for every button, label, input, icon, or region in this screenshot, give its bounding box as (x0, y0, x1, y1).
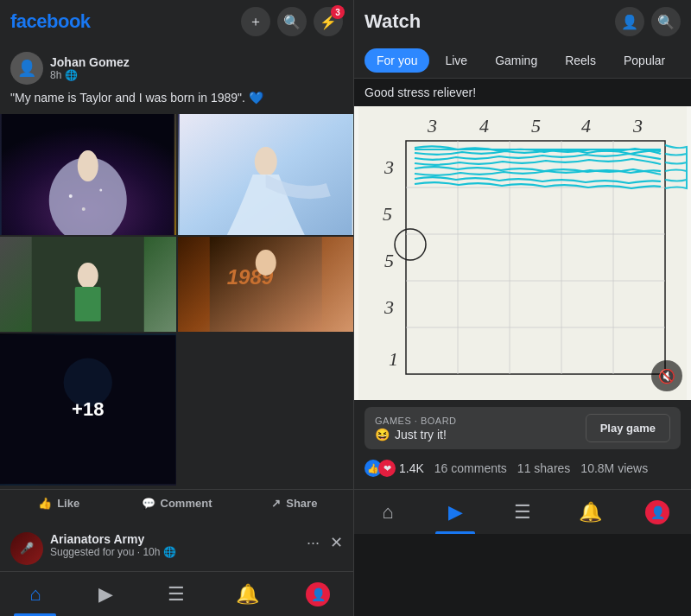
photo-3[interactable] (0, 237, 176, 332)
nav-watch[interactable]: ▶ (71, 572, 142, 616)
photo-grid: 1989 +18 (0, 114, 353, 486)
post-2-header-actions: ··· ✕ (301, 532, 343, 554)
right-nav-notifications[interactable]: 🔔 (556, 490, 624, 534)
likes-count: 👍 ❤ 1.4K (365, 460, 424, 477)
bottom-nav: ⌂ ▶ ☰ 🔔 👤 (0, 571, 353, 616)
add-button[interactable]: ＋ (241, 7, 270, 36)
tab-for-you[interactable]: For you (365, 48, 429, 73)
messenger-badge: 3 (331, 5, 345, 19)
photo-overlay: +18 (0, 333, 176, 486)
svg-point-5 (82, 207, 86, 211)
svg-text:3: 3 (632, 115, 643, 137)
facebook-logo: facebook (10, 10, 91, 33)
comment-button[interactable]: 💬 Comment (117, 490, 235, 517)
game-banner: GAMES · BOARD 😆 Just try it! Play game (365, 407, 681, 449)
right-bell-icon: 🔔 (579, 501, 602, 524)
right-nav-profile[interactable]: 👤 (624, 490, 691, 534)
drawing-canvas: 3 4 5 4 3 3 5 5 3 1 (354, 106, 691, 400)
person-icon: 👤 (621, 14, 638, 30)
game-category: GAMES · BOARD (375, 416, 457, 426)
play-game-button[interactable]: Play game (586, 414, 670, 442)
svg-text:4: 4 (581, 115, 591, 137)
video-caption: Good stress reliever! (354, 79, 691, 106)
right-nav-messenger[interactable]: ☰ (489, 490, 556, 534)
post-2-header: 🎤 Arianators Army Suggested for you · 10… (0, 524, 353, 568)
tab-reels[interactable]: Reels (553, 48, 608, 73)
right-panel: Watch 👤 🔍 For you Live Gaming R (354, 0, 691, 616)
svg-text:5: 5 (384, 250, 394, 271)
watch-profile-button[interactable]: 👤 (615, 7, 644, 36)
main-container: facebook ＋ 🔍 ⚡ 3 👤 (0, 0, 691, 616)
comment-icon: 💬 (142, 497, 155, 510)
nav-home[interactable]: ⌂ (0, 572, 71, 616)
svg-point-9 (78, 263, 98, 289)
photo-illustration-3 (0, 237, 176, 332)
tab-gaming[interactable]: Gaming (483, 48, 549, 73)
nav-profile[interactable]: 👤 (282, 572, 353, 616)
right-messenger-icon: ☰ (514, 501, 531, 524)
post-1-header: 👤 Johan Gomez 8h 🌐 (0, 43, 353, 90)
author-1-avatar[interactable]: 👤 (10, 52, 43, 85)
search-icon: 🔍 (283, 14, 301, 30)
header-icons: ＋ 🔍 ⚡ 3 (241, 7, 343, 36)
tab-live[interactable]: Live (433, 48, 479, 73)
comments-stat[interactable]: 16 comments (434, 461, 507, 475)
more-options-button[interactable]: ··· (301, 532, 325, 554)
watch-content: Good stress reliever! (354, 79, 691, 616)
photo-1[interactable] (0, 114, 176, 235)
photo-illustration-4: 1989 (178, 237, 354, 332)
nav-notifications[interactable]: 🔔 (212, 572, 282, 616)
messenger-button[interactable]: ⚡ 3 (314, 7, 343, 36)
plus-icon: ＋ (249, 13, 263, 31)
svg-text:5: 5 (383, 203, 392, 225)
search-button[interactable]: 🔍 (277, 7, 307, 36)
tab-popular[interactable]: Popular (612, 48, 677, 73)
photo-illustration-2 (178, 114, 354, 235)
like-button[interactable]: 👍 Like (0, 490, 117, 517)
watch-title: Watch (365, 10, 421, 33)
svg-rect-10 (75, 287, 101, 321)
share-button[interactable]: ↗ Share (236, 490, 353, 517)
svg-text:1: 1 (389, 348, 398, 370)
shares-stat[interactable]: 11 shares (517, 461, 570, 475)
share-icon: ↗ (271, 497, 281, 510)
svg-point-4 (99, 188, 102, 191)
game-title: Just try it! (395, 428, 447, 441)
photo-2[interactable] (178, 114, 354, 235)
post-2-author: Arianators Army (50, 532, 295, 546)
photo-5[interactable]: +18 (0, 333, 176, 486)
post-2-meta: Arianators Army Suggested for you · 10h … (50, 532, 295, 558)
left-panel: facebook ＋ 🔍 ⚡ 3 👤 (0, 0, 354, 616)
close-post-button[interactable]: ✕ (330, 533, 343, 552)
watch-header: Watch 👤 🔍 (354, 0, 691, 43)
photo-4[interactable]: 1989 (178, 237, 354, 332)
watch-nav-icon: ▶ (98, 583, 113, 606)
right-nav-watch[interactable]: ▶ (422, 490, 489, 534)
like-icon-group: 👍 ❤ (365, 460, 396, 477)
right-profile-avatar: 👤 (645, 500, 669, 524)
right-nav-home[interactable]: ⌂ (354, 490, 422, 534)
watch-search-icon: 🔍 (657, 14, 675, 30)
views-stat: 10.8M views (580, 461, 648, 475)
messenger-nav-icon: ☰ (168, 583, 185, 606)
post-1-time: 8h 🌐 (50, 69, 343, 81)
privacy-icon-2: 🌐 (163, 546, 176, 558)
game-info: GAMES · BOARD 😆 Just try it! (375, 416, 457, 441)
post-1-author: Johan Gomez (50, 55, 343, 69)
feed-content: 👤 Johan Gomez 8h 🌐 "My name is Taylor an… (0, 43, 353, 571)
svg-point-3 (69, 194, 73, 198)
stress-relief-drawing: 3 4 5 4 3 3 5 5 3 1 (354, 106, 691, 400)
mute-icon: 🔇 (658, 368, 675, 384)
watch-header-icons: 👤 🔍 (615, 7, 681, 36)
left-header: facebook ＋ 🔍 ⚡ 3 (0, 0, 353, 43)
like-red-icon: ❤ (378, 460, 396, 477)
game-title-row: 😆 Just try it! (375, 428, 457, 441)
watch-search-button[interactable]: 🔍 (651, 7, 681, 36)
svg-text:3: 3 (384, 296, 394, 318)
video-stats: 👍 ❤ 1.4K 16 comments 11 shares 10.8M vie… (365, 454, 681, 482)
nav-messenger[interactable]: ☰ (142, 572, 212, 616)
right-home-icon: ⌂ (382, 501, 393, 524)
video-container[interactable]: 3 4 5 4 3 3 5 5 3 1 (354, 106, 691, 400)
mute-button[interactable]: 🔇 (651, 360, 682, 391)
author-2-avatar[interactable]: 🎤 (10, 532, 43, 565)
